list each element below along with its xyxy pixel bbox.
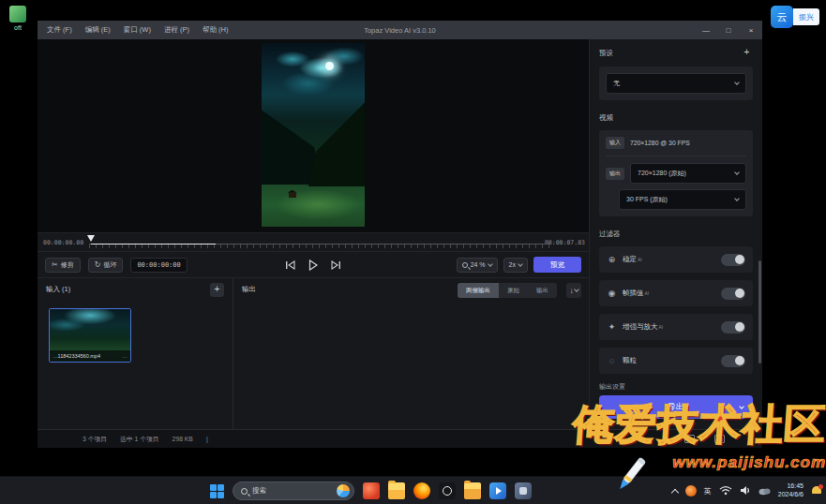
preset-dropdown[interactable]: 无 [606,73,746,94]
taskbar-clock[interactable]: 16:45 2024/6/6 [778,482,803,499]
floating-badge-label: 振兴 [793,8,819,25]
firefox-icon[interactable] [413,482,430,499]
floating-tool-badge[interactable]: 云 振兴 [771,6,819,28]
video-canvas[interactable] [262,43,365,227]
enhance-toggle[interactable] [721,321,745,334]
add-preset-button[interactable]: + [741,47,753,59]
preview-button[interactable]: 预览 [533,257,581,273]
input-clip-card[interactable]: …11842334560.mp4 … [49,308,131,363]
trim-label: 修剪 [61,260,74,270]
filter-stabilize[interactable]: ⊕ 稳定 AI [599,246,753,273]
zoom-level-dropdown[interactable]: 24 % [457,258,498,273]
app-icon-misc[interactable] [515,482,532,499]
inputs-panel: 输入 (1) + …11842334560.mp4 … [38,278,233,429]
tray-app-icon[interactable] [685,485,697,497]
preview-moon [325,62,334,70]
filter-enhance[interactable]: ✦ 增强与放大 AI [599,314,753,340]
clip-more-button[interactable]: … [122,353,128,359]
tab-output[interactable]: 输出 [528,283,557,298]
zoom-level-value: 24 % [471,261,486,268]
tab-side-by-side[interactable]: 两侧输出 [458,283,499,298]
magnifier-icon [462,262,468,268]
desktop-shortcut[interactable]: oft [2,6,34,31]
prev-frame-button[interactable] [285,260,295,270]
export-button[interactable]: 导出 [599,395,753,419]
chevron-down-icon [734,196,740,201]
status-bar: 3 个项目 选中 1 个项目 298 KB | [38,429,762,448]
next-frame-button[interactable] [331,260,341,270]
ai-badge: AI [659,325,664,330]
stabilize-toggle[interactable] [721,254,745,266]
chevron-down-icon [574,287,579,292]
tray-time: 16:45 [778,482,803,491]
download-icon: ↓ [570,287,574,295]
transport-bar: ✂ 修剪 ↻ 循环 00:00:00:00 [38,251,589,277]
clip-filename: …11842334560.mp4 [53,353,120,359]
maximize-button[interactable]: □ [717,21,740,39]
language-indicator[interactable]: 英 [704,486,712,497]
sidebar-scrollbar[interactable] [758,260,761,363]
timeline-start-label: 00:00:00.00 [43,239,83,246]
playhead[interactable] [87,235,95,242]
app-icon-red[interactable] [363,482,380,499]
taskbar-search[interactable]: 搜索 [233,482,354,500]
loop-icon: ↻ [95,260,101,269]
tab-original[interactable]: 原始 [499,283,528,298]
folder-icon[interactable] [464,482,481,499]
start-button[interactable] [210,484,224,498]
wifi-icon[interactable] [719,482,732,499]
filter-label: 颗粒 [623,356,637,365]
mini-preview-icon[interactable] [684,435,695,443]
framerate-dropdown[interactable]: 30 FPS (原始) [619,189,746,210]
status-selected: 选中 1 个项目 [120,435,159,444]
filter-label: 帧插值 [623,289,644,298]
file-explorer-icon[interactable] [388,482,405,499]
ai-badge: AI [638,258,642,262]
search-icon [241,488,248,495]
taskbar: 搜索 英 [0,476,826,504]
grain-icon: ◌ [607,356,617,365]
speed-dropdown[interactable]: 2x [503,258,528,273]
notification-bell-icon[interactable] [811,486,822,497]
timeline-end-label: 00:00:07.03 [545,239,585,246]
close-button[interactable]: × [740,21,762,39]
timecode-input[interactable]: 00:00:00:00 [130,258,187,273]
presets-title: 预设 [599,49,613,58]
filter-frame-interpolation[interactable]: ◉ 帧插值 AI [599,280,753,306]
framerate-value: 30 FPS (原始) [626,195,668,204]
volume-icon[interactable] [740,482,751,499]
pip-window-icon[interactable] [714,435,725,443]
chevron-down-icon [488,261,493,267]
frame-interpolation-toggle[interactable] [721,288,745,300]
filter-grain[interactable]: ◌ 颗粒 [599,348,753,374]
stabilize-icon: ⊕ [607,255,617,264]
play-button[interactable] [308,259,318,271]
menubar: 文件 (F) 编辑 (E) 窗口 (W) 进程 (P) 帮助 (H) [47,25,229,35]
preset-selected-value: 无 [613,79,620,88]
menu-process[interactable]: 进程 (P) [164,25,189,35]
tray-expand-icon[interactable] [671,488,679,496]
resolution-dropdown[interactable]: 720×1280 (原始) [630,163,746,184]
trim-button[interactable]: ✂ 修剪 [45,258,81,273]
preview-clouds [262,43,365,116]
status-projects: 3 个项目 [83,435,107,444]
shortcut-icon [9,6,26,22]
preview-cabin [289,193,296,198]
media-player-icon[interactable] [489,482,506,499]
menu-help[interactable]: 帮助 (H) [203,25,229,35]
output-settings-title: 输出设置 [599,382,625,390]
preview-view-tabs: 两侧输出 原始 输出 [458,283,557,298]
obs-icon[interactable] [439,482,456,499]
loop-label: 循环 [103,260,116,270]
input-info-value: 720×1280 @ 30 FPS [630,140,690,146]
grain-toggle[interactable] [721,355,745,367]
add-input-button[interactable]: + [210,283,224,297]
menu-window[interactable]: 窗口 (W) [124,25,151,35]
menu-edit[interactable]: 编辑 (E) [85,25,111,35]
prev-frame-icon [285,260,295,270]
menu-file[interactable]: 文件 (F) [47,25,72,35]
minimize-button[interactable]: — [695,21,717,39]
loop-button[interactable]: ↻ 循环 [88,258,124,273]
export-preview-button[interactable]: ↓ [566,283,581,298]
weather-tray-icon[interactable] [758,482,771,499]
